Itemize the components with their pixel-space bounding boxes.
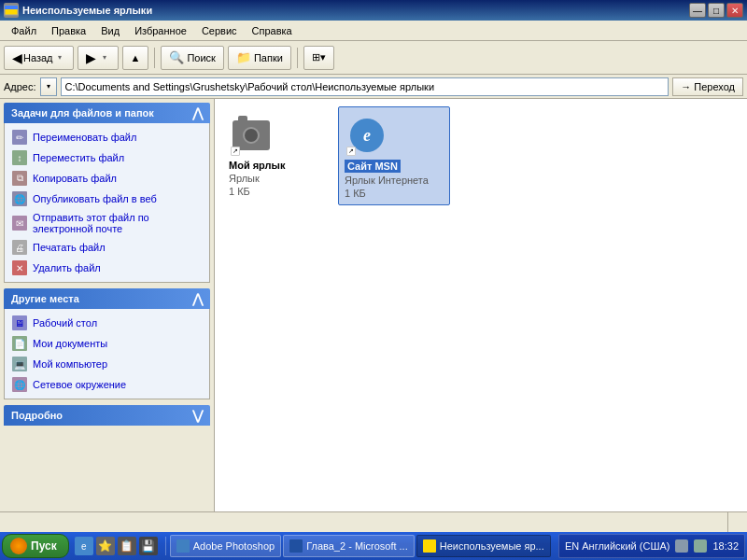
window-icon bbox=[4, 3, 19, 18]
tasks-collapse-icon: ⋀ bbox=[192, 105, 203, 120]
network-icon: 🌐 bbox=[12, 377, 27, 392]
left-panel: Задачи для файлов и папок ⋀ ✏ Переименов… bbox=[0, 99, 215, 511]
menu-view[interactable]: Вид bbox=[93, 23, 127, 38]
place-desktop[interactable]: 🖥 Рабочий стол bbox=[10, 313, 204, 333]
menu-tools[interactable]: Сервис bbox=[194, 23, 245, 38]
file-name-0: Мой ярлык bbox=[229, 160, 285, 171]
tray-icon-sound[interactable] bbox=[675, 539, 688, 553]
forward-dropdown-icon[interactable]: ▾ bbox=[99, 52, 110, 63]
publish-icon: 🌐 bbox=[12, 191, 27, 206]
place-network[interactable]: 🌐 Сетевое окружение bbox=[10, 374, 204, 395]
folders-button[interactable]: 📁 Папки bbox=[228, 46, 291, 70]
places-section: Другие места ⋀ 🖥 Рабочий стол 📄 Мои доку… bbox=[4, 288, 210, 399]
computer-icon: 💻 bbox=[12, 357, 27, 371]
file-name-1: Сайт MSN bbox=[345, 160, 401, 173]
tray-time[interactable]: 18:32 bbox=[712, 540, 739, 552]
ql-icon-2[interactable]: 📋 bbox=[118, 537, 136, 555]
taskbar-btn-photoshop[interactable]: Adobe Photoshop bbox=[170, 535, 281, 557]
move-icon: ↕ bbox=[12, 150, 27, 165]
file-size-0: 1 КБ bbox=[229, 186, 250, 197]
desktop-icon: 🖥 bbox=[12, 315, 27, 330]
quick-launch: e ⭐ 📋 💾 bbox=[71, 537, 162, 555]
status-bar bbox=[0, 511, 747, 532]
status-info bbox=[727, 512, 743, 532]
tasks-section: Задачи для файлов и папок ⋀ ✏ Переименов… bbox=[4, 103, 210, 283]
address-dropdown[interactable]: ▾ bbox=[40, 77, 57, 96]
places-header[interactable]: Другие места ⋀ bbox=[4, 288, 210, 309]
svg-rect-1 bbox=[5, 6, 18, 9]
menu-bar: Файл Правка Вид Избранное Сервис Справка bbox=[0, 21, 747, 41]
toolbar-sep-2 bbox=[297, 48, 298, 68]
search-icon: 🔍 bbox=[169, 50, 184, 64]
folders-icon: 📁 bbox=[236, 50, 251, 64]
minimize-button[interactable]: — bbox=[689, 3, 706, 18]
title-bar: Неиспользуемые ярлыки — □ ✕ bbox=[0, 0, 747, 21]
forward-button[interactable]: ▶ ▾ bbox=[78, 46, 119, 70]
task-delete[interactable]: ✕ Удалить файл bbox=[10, 258, 204, 278]
delete-icon: ✕ bbox=[12, 260, 27, 275]
search-button[interactable]: 🔍 Поиск bbox=[161, 46, 223, 70]
system-tray: EN Английский (США) 18:32 bbox=[558, 534, 745, 558]
view-button[interactable]: ⊞▾ bbox=[303, 46, 334, 70]
taskbar-btn-word[interactable]: Глава_2 - Microsoft ... bbox=[283, 535, 415, 557]
task-move[interactable]: ↕ Переместить файл bbox=[10, 147, 204, 168]
file-area[interactable]: ↗ Мой ярлык Ярлык 1 КБ e ↗ Сайт MSN Ярлы… bbox=[215, 99, 747, 511]
task-copy[interactable]: ⧉ Копировать файл bbox=[10, 168, 204, 189]
ql-icon-1[interactable]: ⭐ bbox=[96, 537, 115, 555]
menu-file[interactable]: Файл bbox=[4, 23, 44, 38]
tray-lang[interactable]: EN Английский (США) bbox=[565, 540, 670, 552]
go-arrow-icon: → bbox=[681, 81, 691, 92]
taskbar: Пуск e ⭐ 📋 💾 Adobe Photoshop Глава_2 - M… bbox=[0, 532, 747, 560]
address-input[interactable] bbox=[61, 77, 669, 96]
photoshop-icon bbox=[176, 539, 190, 553]
file-size-1: 1 КБ bbox=[345, 188, 366, 199]
copy-icon: ⧉ bbox=[12, 171, 27, 186]
go-button[interactable]: → Переход bbox=[672, 77, 743, 96]
address-bar: Адрес: ▾ → Переход bbox=[0, 75, 747, 99]
explorer-icon bbox=[423, 539, 436, 553]
file-type-0: Ярлык bbox=[229, 173, 260, 184]
file-item-msn[interactable]: e ↗ Сайт MSN Ярлык Интернета 1 КБ bbox=[338, 106, 450, 205]
ql-icon-3[interactable]: 💾 bbox=[139, 537, 158, 555]
task-email[interactable]: ✉ Отправить этот файл по электронной поч… bbox=[10, 209, 178, 237]
start-button[interactable]: Пуск bbox=[2, 534, 69, 558]
task-publish[interactable]: 🌐 Опубликовать файл в веб bbox=[10, 189, 204, 209]
place-computer[interactable]: 💻 Мой компьютер bbox=[10, 354, 204, 374]
menu-edit[interactable]: Правка bbox=[44, 23, 93, 38]
window-title: Неиспользуемые ярлыки bbox=[22, 5, 152, 16]
word-icon bbox=[289, 539, 303, 553]
email-icon: ✉ bbox=[12, 216, 27, 231]
file-type-1: Ярлык Интернета bbox=[345, 175, 429, 186]
details-expand-icon: ⋁ bbox=[192, 408, 203, 423]
task-rename[interactable]: ✏ Переименовать файл bbox=[10, 127, 204, 147]
menu-help[interactable]: Справка bbox=[245, 23, 300, 38]
close-button[interactable]: ✕ bbox=[726, 3, 743, 18]
main-content: Задачи для файлов и папок ⋀ ✏ Переименов… bbox=[0, 99, 747, 511]
tasks-header[interactable]: Задачи для файлов и папок ⋀ bbox=[4, 103, 210, 123]
toolbar: ◀ Назад ▾ ▶ ▾ ▲ 🔍 Поиск 📁 Папки ⊞▾ bbox=[0, 41, 747, 75]
file-icon-camera: ↗ bbox=[229, 113, 274, 158]
back-button[interactable]: ◀ Назад ▾ bbox=[4, 46, 74, 70]
tasks-body: ✏ Переименовать файл ↕ Переместить файл … bbox=[4, 123, 210, 283]
details-header[interactable]: Подробно ⋁ bbox=[4, 405, 210, 426]
toolbar-sep-1 bbox=[154, 48, 155, 68]
places-collapse-icon: ⋀ bbox=[192, 291, 203, 306]
shortcut-arrow-icon: ↗ bbox=[231, 147, 240, 156]
maximize-button[interactable]: □ bbox=[708, 3, 725, 18]
places-body: 🖥 Рабочий стол 📄 Мои документы 💻 Мой ком… bbox=[4, 309, 210, 399]
taskbar-btn-explorer[interactable]: Неиспользуемые яр... bbox=[416, 535, 551, 557]
rename-icon: ✏ bbox=[12, 130, 27, 145]
start-icon bbox=[10, 538, 27, 554]
ql-icon-0[interactable]: e bbox=[75, 537, 93, 555]
back-dropdown-icon[interactable]: ▾ bbox=[54, 52, 65, 63]
shortcut-arrow-icon-2: ↗ bbox=[346, 147, 356, 156]
file-icon-ie: e ↗ bbox=[345, 113, 389, 158]
file-item-moy-yarlik[interactable]: ↗ Мой ярлык Ярлык 1 КБ bbox=[222, 106, 334, 205]
tray-icon-network[interactable] bbox=[694, 539, 707, 553]
up-button[interactable]: ▲ bbox=[122, 46, 149, 70]
place-documents[interactable]: 📄 Мои документы bbox=[10, 333, 204, 354]
documents-icon: 📄 bbox=[12, 336, 27, 351]
menu-favorites[interactable]: Избранное bbox=[127, 23, 194, 38]
task-print[interactable]: 🖨 Печатать файл bbox=[10, 237, 204, 258]
address-label: Адрес: bbox=[4, 81, 36, 92]
